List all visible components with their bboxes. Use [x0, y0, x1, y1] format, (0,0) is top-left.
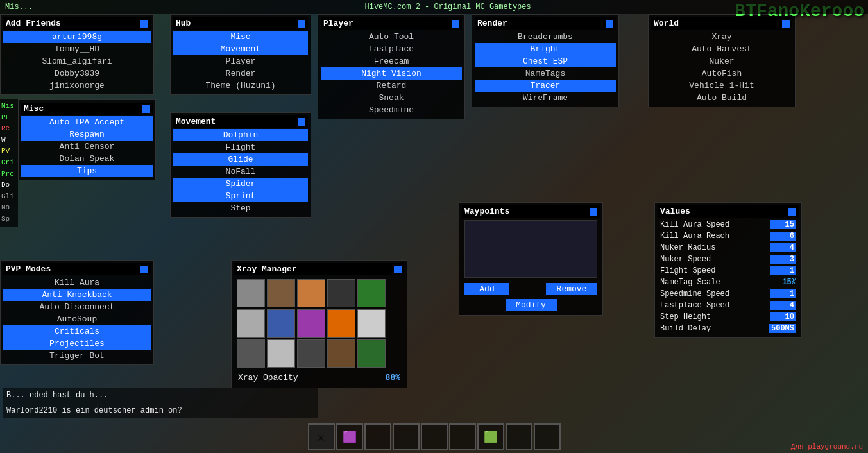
- xray-block[interactable]: [297, 279, 325, 307]
- value-row-nametag-scale: NameTag Scale 15%: [658, 277, 799, 288]
- waypoints-modify-button[interactable]: Modify: [506, 299, 557, 311]
- hotbar-slot[interactable]: 🟪: [336, 423, 363, 450]
- misc-item-anti-censor[interactable]: Anti Censor: [21, 141, 153, 153]
- player-item-auto-tool[interactable]: Auto Tool: [321, 31, 462, 43]
- value-row-flight-speed: Flight Speed 1: [658, 265, 799, 277]
- friend-item[interactable]: Tommy__HD: [3, 43, 151, 55]
- waypoints-remove-button[interactable]: Remove: [546, 283, 597, 295]
- hotbar-slot[interactable]: ⚔️: [308, 423, 335, 450]
- value-row-fastplace-speed: Fastplace Speed 4: [658, 300, 799, 311]
- movement-item-step[interactable]: Step: [173, 202, 308, 214]
- friend-item[interactable]: artur1998g: [3, 31, 151, 43]
- player-item-sneak[interactable]: Sneak: [321, 92, 462, 104]
- pvp-panel-title: PVP Modes: [3, 263, 151, 275]
- panel-indicator: [394, 266, 402, 273]
- world-item-auto-build[interactable]: Auto Build: [651, 92, 792, 104]
- friend-item[interactable]: Dobby3939: [3, 67, 151, 80]
- xray-block[interactable]: [237, 339, 265, 368]
- xray-block[interactable]: [267, 309, 295, 338]
- misc-item-respawn[interactable]: Respawn: [21, 128, 153, 141]
- world-item-nuker[interactable]: Nuker: [651, 55, 792, 67]
- value-label: Fastplace Speed: [660, 301, 729, 310]
- xray-block[interactable]: [327, 339, 355, 368]
- render-item-wireframe[interactable]: WireFrame: [475, 92, 616, 104]
- movement-item-glide[interactable]: Glide: [173, 153, 308, 166]
- render-item-breadcrumbs[interactable]: Breadcrumbs: [475, 31, 616, 43]
- world-item-xray[interactable]: Xray: [651, 31, 792, 43]
- xray-opacity-label: Xray Opacity: [238, 373, 298, 382]
- player-panel: Player Auto Tool Fastplace Freecam Night…: [318, 14, 465, 119]
- pvp-item-criticals[interactable]: Criticals: [3, 325, 151, 338]
- xray-block[interactable]: [327, 309, 355, 338]
- pvp-panel: PVP Modes Kill Aura Anti Knockback Auto …: [0, 260, 154, 365]
- hotbar-slot[interactable]: [393, 423, 420, 450]
- movement-item-nofall[interactable]: NoFall: [173, 166, 308, 178]
- friend-item[interactable]: jinixonorge: [3, 80, 151, 92]
- pvp-item-auto-disconnect[interactable]: Auto Disconnect: [3, 301, 151, 313]
- pvp-item-projectiles[interactable]: Projectiles: [3, 338, 151, 350]
- hotbar-slot[interactable]: 🟩: [477, 423, 504, 450]
- value-label: NameTag Scale: [660, 278, 720, 287]
- misc-item-auto-tpa[interactable]: Auto TPA Accept: [21, 116, 153, 128]
- hotbar-slot[interactable]: [364, 423, 391, 450]
- hub-item-render[interactable]: Render: [173, 67, 308, 80]
- hub-item-theme[interactable]: Theme (Huzuni): [173, 80, 308, 92]
- render-item-chest-esp[interactable]: Chest ESP: [475, 55, 616, 67]
- pvp-item-autosoup[interactable]: AutoSoup: [3, 313, 151, 325]
- value-label: Kill Aura Speed: [660, 220, 729, 229]
- movement-item-flight[interactable]: Flight: [173, 141, 308, 153]
- hub-item-movement[interactable]: Movement: [173, 43, 308, 55]
- player-item-retard[interactable]: Retard: [321, 80, 462, 92]
- movement-item-dolphin[interactable]: Dolphin: [173, 129, 308, 141]
- player-item-speedmine[interactable]: Speedmine: [321, 104, 462, 116]
- player-item-night-vision[interactable]: Night Vision: [321, 67, 462, 80]
- pvp-item-trigger-bot[interactable]: Trigger Bot: [3, 350, 151, 362]
- world-item-vehicle[interactable]: Vehicle 1-Hit: [651, 80, 792, 92]
- xray-block[interactable]: [267, 279, 295, 307]
- pvp-item-anti-knockback[interactable]: Anti Knockback: [3, 289, 151, 301]
- waypoints-add-button[interactable]: Add: [464, 283, 509, 295]
- xray-block[interactable]: [357, 339, 386, 368]
- hotbar-slot[interactable]: [534, 423, 561, 450]
- value-row-step-height: Step Height 10: [658, 311, 799, 323]
- world-item-auto-harvest[interactable]: Auto Harvest: [651, 43, 792, 55]
- xray-block[interactable]: [357, 279, 386, 307]
- values-panel-title: Values: [658, 205, 799, 218]
- waypoints-panel-title: Waypoints: [462, 205, 600, 218]
- hub-item-misc[interactable]: Misc: [173, 31, 308, 43]
- pvp-item-kill-aura[interactable]: Kill Aura: [3, 277, 151, 289]
- world-panel: World Xray Auto Harvest Nuker AutoFish V…: [648, 14, 796, 107]
- hotbar-slot[interactable]: [449, 423, 476, 450]
- xray-block[interactable]: [297, 339, 325, 368]
- xray-block[interactable]: [267, 339, 295, 368]
- hotbar-slot[interactable]: [421, 423, 448, 450]
- xray-block[interactable]: [237, 279, 265, 307]
- xray-block[interactable]: [327, 279, 355, 307]
- hub-item-player[interactable]: Player: [173, 55, 308, 67]
- render-panel: Render Breadcrumbs Bright Chest ESP Name…: [472, 14, 619, 107]
- friend-item[interactable]: Slomi_algifari: [3, 55, 151, 67]
- panel-indicator: [606, 20, 613, 28]
- misc-item-dolan-speak[interactable]: Dolan Speak: [21, 153, 153, 165]
- render-item-nametags[interactable]: NameTags: [475, 67, 616, 80]
- render-item-bright[interactable]: Bright: [475, 43, 616, 55]
- value-label: Speedmine Speed: [660, 289, 729, 298]
- xray-block[interactable]: [237, 309, 265, 338]
- hotbar-slot[interactable]: [506, 423, 532, 450]
- value-row-nuker-speed: Nuker Speed 3: [658, 253, 799, 265]
- xray-panel: Xray Manager Xray Opacity 88%: [231, 260, 407, 388]
- panel-indicator: [298, 20, 305, 28]
- misc-item-tips[interactable]: Tips: [21, 165, 153, 177]
- movement-panel-title: Movement: [173, 115, 308, 128]
- waypoints-modify-row: Modify: [462, 298, 600, 312]
- movement-item-spider[interactable]: Spider: [173, 178, 308, 190]
- render-item-tracer[interactable]: Tracer: [475, 80, 616, 92]
- xray-block[interactable]: [357, 309, 386, 338]
- movement-item-sprint[interactable]: Sprint: [173, 190, 308, 202]
- player-item-freecam[interactable]: Freecam: [321, 55, 462, 67]
- xray-block[interactable]: [297, 309, 325, 338]
- player-item-fastplace[interactable]: Fastplace: [321, 43, 462, 55]
- world-item-autofish[interactable]: AutoFish: [651, 67, 792, 80]
- panel-indicator: [452, 20, 459, 28]
- panel-indicator: [142, 105, 150, 113]
